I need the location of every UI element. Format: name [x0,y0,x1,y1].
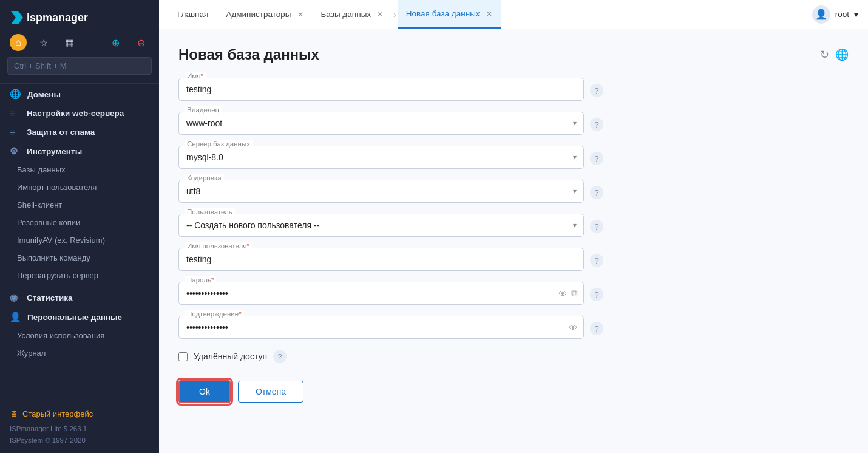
username-field: Имя пользователя* [178,248,584,271]
personal-icon: 👤 [10,312,21,322]
web-settings-icon: ≡ [10,108,21,118]
breadcrumb-home[interactable]: Главная [169,0,217,29]
encoding-select[interactable]: utf8 [178,180,584,203]
close-new-db-icon[interactable]: ✕ [486,10,492,18]
encoding-help-icon[interactable]: ? [590,186,603,199]
user-label: Пользователь [185,208,235,216]
sidebar-calendar-icon[interactable]: ▦ [61,34,78,51]
sidebar-minus-icon[interactable]: ⊖ [132,34,149,51]
sidebar-star-icon[interactable]: ☆ [35,34,52,51]
encoding-field: Кодировка utf8 [178,180,584,203]
user-name: root [835,10,849,19]
remote-access-checkbox[interactable] [178,352,188,361]
name-label: Имя* [185,72,206,80]
breadcrumb-databases[interactable]: Базы данных ✕ [313,0,393,29]
encoding-row: Кодировка utf8 ? [178,180,603,203]
dbserver-field: Сервер баз данных mysql-8.0 [178,146,584,169]
sidebar-search-input[interactable]: Ctrl + Shift + M [7,57,152,75]
sidebar-item-spam[interactable]: ≡ Защита от спама [0,123,159,141]
dbserver-select[interactable]: mysql-8.0 [178,146,584,169]
sidebar-add-icon[interactable]: ⊕ [107,34,124,51]
remote-access-help-icon[interactable]: ? [273,350,287,363]
dbserver-row: Сервер баз данных mysql-8.0 ? [178,146,603,169]
password-toggle-icon[interactable]: 👁 [558,288,568,299]
password-input[interactable] [178,282,584,305]
owner-label: Владелец [185,106,222,114]
user-select[interactable]: -- Создать нового пользователя -- [178,214,584,237]
username-help-icon[interactable]: ? [590,254,603,267]
sidebar-nav: 🌐 Домены ≡ Настройки web-сервера ≡ Защит… [0,81,159,403]
sidebar-toolbar: ⌂ ☆ ▦ ⊕ ⊖ [0,32,159,57]
user-help-icon[interactable]: ? [590,220,603,233]
sidebar-item-personal[interactable]: 👤 Персональные данные [0,307,159,327]
page-actions: ↻ 🌐 [820,48,849,61]
refresh-icon[interactable]: ↻ [820,48,829,61]
sidebar-home-icon[interactable]: ⌂ [10,34,27,51]
confirm-field: Подтверждение* 👁 [178,316,584,339]
sidebar-item-web-settings[interactable]: ≡ Настройки web-сервера [0,104,159,123]
sidebar-item-reboot[interactable]: Перезагрузить сервер [0,267,159,284]
owner-field: Владелец www-root [178,112,584,135]
name-field: Имя* [178,78,584,101]
password-field: Пароль* 👁 ⧉ [178,282,584,305]
sidebar-item-exec[interactable]: Выполнить команду [0,249,159,267]
name-row: Имя* ? [178,78,603,101]
breadcrumb-admins[interactable]: Администраторы ✕ [217,0,312,29]
old-ui-link[interactable]: 🖥 Старый интерфейс [10,409,149,418]
dbserver-help-icon[interactable]: ? [590,152,603,165]
sidebar-item-backups[interactable]: Резервные копии [0,214,159,231]
sidebar-item-terms[interactable]: Условия использования [0,327,159,344]
tools-icon: ⚙ [10,146,21,157]
stats-icon: ◉ [10,292,21,303]
sidebar-item-stats[interactable]: ◉ Статистика [0,287,159,307]
sidebar-item-journal[interactable]: Журнал [0,344,159,362]
remote-access-label[interactable]: Удалённый доступ [194,352,267,361]
name-help-icon[interactable]: ? [590,84,603,97]
username-label: Имя пользователя* [185,242,252,250]
confirm-toggle-icon[interactable]: 👁 [569,322,578,333]
svg-marker-0 [11,11,23,24]
name-input[interactable] [178,78,584,101]
password-label: Пароль* [185,276,216,284]
new-database-form: Имя* ? Владелец www-root ? [178,78,603,403]
sidebar-item-imunify[interactable]: ImunifyAV (ex. Revisium) [0,231,159,249]
breadcrumb-new-db[interactable]: Новая база данных ✕ [398,0,501,29]
domeny-icon: 🌐 [10,89,21,100]
version-info: ISPmanager Lite 5.263.1 ISPsystem © 1997… [10,423,149,446]
remote-access-row: Удалённый доступ ? [178,350,603,363]
dbserver-label: Сервер баз данных [185,140,253,148]
sidebar-item-shell[interactable]: Shell-клиент [0,196,159,214]
confirm-row: Подтверждение* 👁 ? [178,316,603,339]
password-copy-icon[interactable]: ⧉ [571,288,578,299]
cancel-button[interactable]: Отмена [238,381,303,403]
user-dropdown-icon: ▾ [854,10,858,19]
form-buttons: Ok Отмена [178,380,603,403]
sidebar-item-domeny[interactable]: 🌐 Домены [0,83,159,104]
globe-icon[interactable]: 🌐 [835,48,849,61]
sidebar-item-databases[interactable]: Базы данных [0,161,159,179]
logo: ispmanager [0,0,159,32]
close-databases-icon[interactable]: ✕ [377,11,383,18]
spam-icon: ≡ [10,127,21,137]
sidebar-item-import[interactable]: Импорт пользователя [0,179,159,196]
owner-help-icon[interactable]: ? [590,118,603,131]
sidebar: ispmanager ⌂ ☆ ▦ ⊕ ⊖ Ctrl + Shift + M 🌐 … [0,0,159,453]
ok-button[interactable]: Ok [178,380,231,403]
user-row: Пользователь -- Создать нового пользоват… [178,214,603,237]
password-help-icon[interactable]: ? [590,288,603,301]
confirm-label: Подтверждение* [185,310,244,318]
owner-row: Владелец www-root ? [178,112,603,135]
page-title: Новая база данных [178,46,319,63]
top-bar: Главная Администраторы ✕ Базы данных ✕ ›… [159,0,868,29]
encoding-label: Кодировка [185,174,224,182]
logo-icon [10,11,23,24]
close-admins-icon[interactable]: ✕ [297,11,303,18]
username-row: Имя пользователя* ? [178,248,603,271]
confirm-help-icon[interactable]: ? [590,322,603,335]
owner-select[interactable]: www-root [178,112,584,135]
confirm-input[interactable] [178,316,584,339]
user-area[interactable]: 👤 root ▾ [812,5,858,24]
logo-text: ispmanager [27,12,88,24]
username-input[interactable] [178,248,584,271]
sidebar-item-tools[interactable]: ⚙ Инструменты [0,141,159,161]
